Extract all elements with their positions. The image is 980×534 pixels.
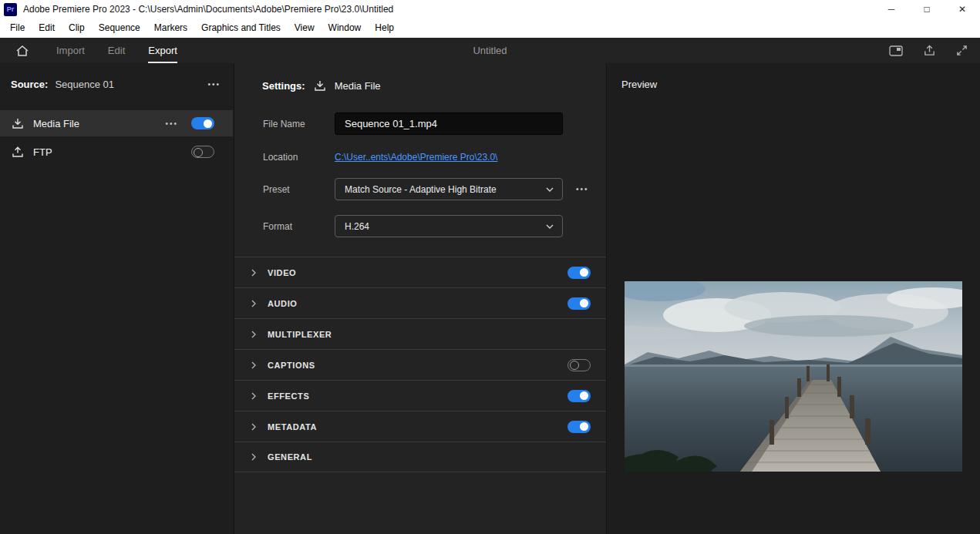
settings-panel: Settings: Media File File Name Sequence … [234, 63, 607, 534]
preview-panel: Preview [608, 63, 980, 534]
settings-header: Settings: Media File [234, 63, 606, 92]
chevron-down-icon [546, 187, 554, 192]
chevron-right-icon [251, 331, 256, 338]
preset-value: Match Source - Adaptive High Bitrate [345, 184, 497, 195]
section-effects-label: EFFECTS [268, 391, 309, 401]
format-value: H.264 [345, 221, 369, 232]
section-captions-label: CAPTIONS [268, 361, 315, 370]
window-controls: ─ □ ✕ [874, 0, 980, 18]
menu-item-file[interactable]: File [3, 18, 32, 38]
title-bar: Pr Adobe Premiere Pro 2023 - C:\Users\Ad… [0, 0, 980, 18]
ftp-upload-icon [11, 145, 25, 159]
quick-export-icon[interactable] [923, 44, 936, 57]
menu-item-window[interactable]: Window [322, 18, 369, 38]
location-link[interactable]: C:\User..ents\Adobe\Premiere Pro\23.0\ [335, 148, 497, 166]
chevron-down-icon [546, 224, 554, 229]
source-more-button[interactable]: ••• [207, 80, 221, 89]
fullscreen-icon[interactable] [956, 45, 968, 56]
chevron-right-icon [251, 300, 256, 307]
menu-item-markers[interactable]: Markers [147, 18, 194, 38]
preset-dropdown[interactable]: Match Source - Adaptive High Bitrate [335, 178, 563, 200]
ftp-toggle[interactable] [191, 146, 214, 158]
file-name-input[interactable]: Sequence 01_1.mp4 [335, 113, 563, 135]
section-metadata[interactable]: METADATA [234, 411, 606, 442]
chevron-right-icon [251, 453, 256, 461]
menu-item-edit[interactable]: Edit [32, 18, 62, 38]
section-general[interactable]: GENERAL [234, 442, 606, 472]
header-actions [889, 38, 968, 63]
preview-label: Preview [608, 63, 980, 90]
minimize-button[interactable]: ─ [874, 0, 909, 18]
home-icon [15, 45, 29, 57]
mode-tabs: Import Edit Export [45, 38, 189, 63]
file-name-label: File Name [263, 113, 305, 135]
source-panel: Source: Sequence 01 ••• Media File ••• F… [0, 63, 233, 534]
section-video[interactable]: VIDEO [234, 257, 606, 287]
section-audio-label: AUDIO [268, 299, 297, 308]
chevron-right-icon [251, 423, 256, 431]
metadata-toggle[interactable] [567, 421, 591, 433]
menu-item-view[interactable]: View [288, 18, 322, 38]
chevron-right-icon [251, 392, 256, 400]
video-toggle[interactable] [567, 267, 591, 279]
section-metadata-label: METADATA [268, 422, 317, 432]
window-title: Adobe Premiere Pro 2023 - C:\Users\Admin… [23, 4, 393, 15]
source-item-ftp[interactable]: FTP [0, 139, 233, 165]
tab-export[interactable]: Export [136, 38, 189, 63]
media-file-toggle[interactable] [191, 117, 214, 129]
settings-target-label: Media File [335, 80, 381, 92]
captions-toggle[interactable] [567, 359, 591, 371]
format-row: Format H.264 [234, 215, 606, 237]
chevron-right-icon [251, 361, 256, 369]
section-video-label: VIDEO [268, 268, 296, 277]
home-button[interactable] [0, 45, 45, 57]
section-multiplexer-label: MULTIPLEXER [268, 330, 332, 339]
menu-item-clip[interactable]: Clip [62, 18, 92, 38]
source-item-media-file[interactable]: Media File ••• [0, 110, 233, 136]
section-multiplexer[interactable]: MULTIPLEXER [234, 318, 606, 349]
location-row: Location C:\User..ents\Adobe\Premiere Pr… [234, 148, 606, 166]
media-file-more-button[interactable]: ••• [165, 119, 178, 128]
format-dropdown[interactable]: H.264 [335, 215, 563, 237]
settings-media-file-icon [313, 79, 327, 92]
preset-row: Preset Match Source - Adaptive High Bitr… [234, 178, 606, 200]
close-button[interactable]: ✕ [945, 0, 980, 18]
maximize-button[interactable]: □ [909, 0, 945, 18]
menu-item-sequence[interactable]: Sequence [92, 18, 147, 38]
section-captions[interactable]: CAPTIONS [234, 349, 606, 380]
premiere-app-icon: Pr [4, 3, 17, 16]
source-label: Source: [11, 79, 48, 90]
effects-toggle[interactable] [567, 390, 591, 402]
export-sections: VIDEO AUDIO MULTIPLEXER CAPTIONS [234, 257, 606, 472]
menu-item-graphics-and-titles[interactable]: Graphics and Titles [194, 18, 288, 38]
section-general-label: GENERAL [268, 452, 312, 462]
format-label: Format [263, 215, 292, 237]
location-label: Location [263, 148, 298, 166]
ftp-label: FTP [33, 146, 52, 158]
menu-item-help[interactable]: Help [368, 18, 401, 38]
preset-more-button[interactable]: ••• [576, 178, 589, 200]
media-file-download-icon [11, 116, 25, 130]
source-sequence-name: Sequence 01 [55, 79, 114, 90]
section-effects[interactable]: EFFECTS [234, 380, 606, 411]
settings-label: Settings: [262, 80, 305, 92]
premiere-pro-window: Pr Adobe Premiere Pro 2023 - C:\Users\Ad… [0, 0, 980, 534]
source-header: Source: Sequence 01 ••• [0, 63, 233, 90]
audio-toggle[interactable] [567, 297, 591, 310]
app-header: Untitled Import Edit Export [0, 38, 980, 63]
file-name-row: File Name Sequence 01_1.mp4 [234, 113, 606, 135]
source-destination-list: Media File ••• FTP [0, 110, 233, 165]
media-file-label: Media File [33, 118, 79, 129]
section-audio[interactable]: AUDIO [234, 287, 606, 318]
chevron-right-icon [251, 269, 256, 277]
tab-import[interactable]: Import [45, 38, 96, 63]
preview-image [625, 281, 962, 472]
preset-label: Preset [263, 178, 290, 200]
tab-edit[interactable]: Edit [96, 38, 136, 63]
workspaces-icon[interactable] [889, 45, 903, 56]
menu-bar: File Edit Clip Sequence Markers Graphics… [0, 18, 980, 38]
